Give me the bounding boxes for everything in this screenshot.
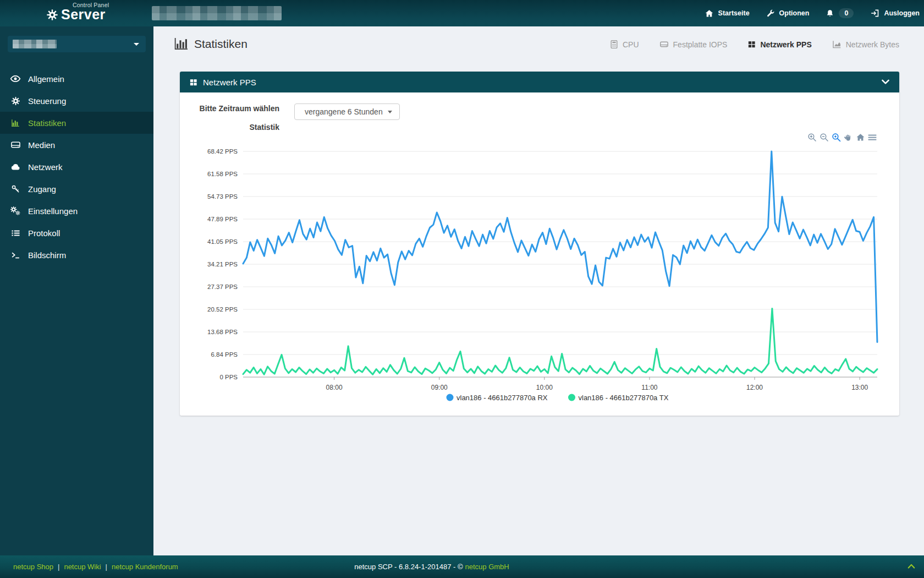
home-icon [705,9,714,18]
topnav: Startseite Optionen 0 Ausloggen [705,0,920,26]
chevron-down-icon [388,111,392,113]
sidebar-item-statistiken[interactable]: Statistiken [0,112,153,134]
nav-ausloggen[interactable]: Ausloggen [870,9,920,18]
brand-logo[interactable]: Control Panel Server [46,2,109,23]
hdd-icon [659,40,669,48]
box-zoom-icon-active[interactable] [831,132,842,143]
brand-gear-icon [46,9,58,21]
page-title: Statistiken [173,37,248,51]
chart-toolbar [806,132,878,143]
eye-icon [10,74,21,83]
terminal-icon [10,251,21,259]
svg-text:vlan186 - 4661b277870a TX: vlan186 - 4661b277870a TX [579,394,669,402]
sidebar-item-steuerung[interactable]: Steuerung [0,90,153,112]
hdd-icon [10,140,21,149]
panel-header[interactable]: Netzwerk PPS [180,72,899,92]
sidebar-item-zugang[interactable]: Zugang [0,178,153,200]
topbar: Control Panel Server Startseite Optionen… [0,0,924,26]
tab-netzwerk-pps[interactable]: Netzwerk PPS [747,40,811,49]
y-tick-label: 47.89 PPS [207,216,238,222]
list-icon [10,229,21,237]
cloud-icon [10,163,21,171]
tx-line [243,308,877,374]
statistics-icon [173,37,188,51]
sidebar-item-einstellungen[interactable]: Einstellungen [0,200,153,222]
period-label: Bitte Zeitraum wählen [180,103,279,113]
home-icon[interactable] [855,132,866,143]
scroll-top-icon[interactable] [908,563,915,569]
sidebar-item-netzwerk[interactable]: Netzwerk [0,156,153,178]
link-netcup-gmbh[interactable]: netcup GmbH [465,563,509,571]
brand-title: Server [61,7,106,23]
y-tick-label: 27.37 PPS [207,283,238,290]
pps-line-chart: 0 PPS6.84 PPS13.68 PPS20.52 PPS27.37 PPS… [180,132,899,416]
menu-icon[interactable] [867,132,878,143]
y-tick-label: 34.21 PPS [207,261,238,268]
x-tick-label: 12:00 [746,384,763,391]
x-tick-label: 11:00 [641,384,657,391]
tab-festplatte-iops[interactable]: Festplatte IOPS [659,40,728,49]
svg-text:vlan186 - 4661b277870a RX: vlan186 - 4661b277870a RX [457,394,548,402]
y-tick-label: 54.73 PPS [207,193,238,200]
legend-tx[interactable]: vlan186 - 4661b277870a TX [568,394,669,402]
bar-chart-icon [10,118,21,128]
sidebar: Allgemein Steuerung Statistiken Medien N… [0,26,153,555]
x-tick-label: 13:00 [851,384,868,391]
footer: netcup Shop | netcup Wiki | netcup Kunde… [0,555,924,578]
y-tick-label: 68.42 PPS [207,148,238,155]
y-tick-label: 61.58 PPS [207,171,238,177]
blurred-server-label [13,40,57,48]
key-icon [10,184,21,194]
grid-icon [747,40,756,48]
chevron-down-icon [134,43,139,46]
legend-rx[interactable]: vlan186 - 4661b277870a RX [447,394,548,402]
x-tick-label: 10:00 [536,384,553,391]
main-content: Statistiken CPU Festplatte IOPS Netzwerk… [153,26,924,555]
area-chart-icon [832,40,842,48]
pan-icon[interactable] [843,132,854,143]
y-tick-label: 0 PPS [219,374,238,380]
rx-line [243,151,877,342]
zoom-out-icon[interactable] [818,132,829,143]
x-tick-label: 08:00 [326,384,343,391]
logout-icon [870,9,879,18]
tab-cpu[interactable]: CPU [610,40,639,49]
sidebar-item-protokoll[interactable]: Protokoll [0,222,153,244]
chart-area: 0 PPS6.84 PPS13.68 PPS20.52 PPS27.37 PPS… [180,132,899,416]
zoom-in-icon[interactable] [806,132,817,143]
y-tick-label: 20.52 PPS [207,306,238,313]
y-tick-label: 41.05 PPS [207,238,238,245]
y-tick-label: 13.68 PPS [207,329,238,335]
bell-icon [826,9,834,18]
y-tick-label: 6.84 PPS [211,351,238,358]
calculator-icon [610,40,618,49]
sidebar-menu: Allgemein Steuerung Statistiken Medien N… [0,68,153,266]
x-tick-label: 09:00 [431,384,448,391]
statistik-label: Statistik [180,123,279,131]
gears-icon [10,206,21,216]
gear-icon [10,96,21,106]
sidebar-item-bildschirm[interactable]: Bildschirm [0,244,153,266]
blurred-server-name [152,6,282,20]
nav-startseite[interactable]: Startseite [705,9,750,18]
sidebar-item-medien[interactable]: Medien [0,134,153,156]
sidebar-item-allgemein[interactable]: Allgemein [0,68,153,90]
stat-tabs: CPU Festplatte IOPS Netzwerk PPS Netzwer… [610,40,899,49]
panel-body: Bitte Zeitraum wählen vergangene 6 Stund… [180,92,899,416]
period-select[interactable]: vergangene 6 Stunden [294,103,400,120]
server-select-dropdown[interactable] [8,36,146,52]
footer-version: netcup SCP - 6.8.24-1-201487 - © netcup … [0,555,864,578]
netzwerk-pps-panel: Netzwerk PPS Bitte Zeitraum wählen verga… [180,72,899,416]
wrench-icon [766,9,775,18]
nav-notifications[interactable]: 0 [826,8,854,18]
grid-icon [189,78,197,86]
chevron-down-icon[interactable] [881,79,890,85]
tab-netzwerk-bytes[interactable]: Netzwerk Bytes [832,40,899,49]
notification-count-badge: 0 [839,8,854,18]
nav-optionen[interactable]: Optionen [766,9,810,18]
